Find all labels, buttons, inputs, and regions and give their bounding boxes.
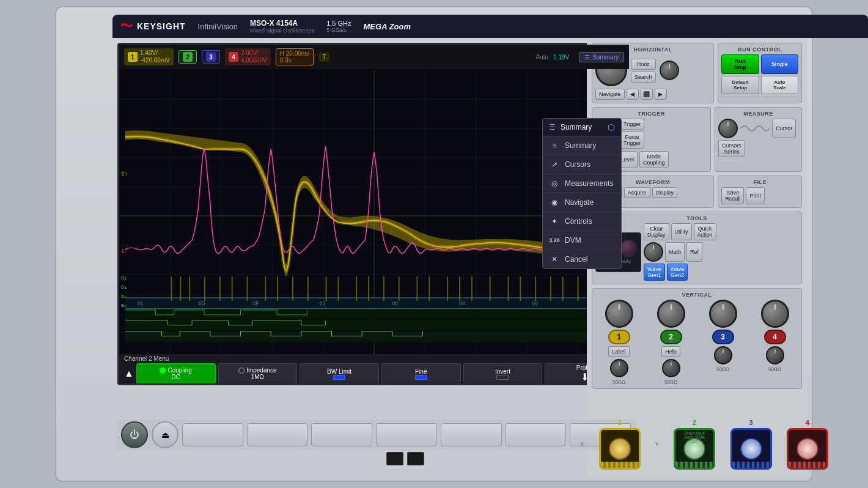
eject-icon: ⏏ [161,430,169,440]
next-button[interactable]: ▶ [655,89,667,100]
cursors-series-button[interactable]: CursorsSeries [718,140,745,157]
softkey-6[interactable] [506,423,567,446]
measure-panel: Measure Cursor CursorsSeries [715,107,802,172]
math-button[interactable]: Math [665,242,685,262]
invert-button[interactable]: Invert [463,363,543,384]
softkey-5[interactable] [441,423,502,446]
run-stop-button[interactable]: RunStop [721,54,759,74]
bnc-ch1-body[interactable] [599,428,641,470]
color-knob[interactable] [620,240,637,257]
search-button[interactable]: Search [631,72,656,83]
dropdown-item-measurements[interactable]: ◎ Measurements [543,174,621,193]
bnc-ch2-body[interactable]: 1MΩ=16pF300V RMSCAT I [674,428,715,470]
prev-button[interactable]: ◀ [627,89,639,100]
auto-scale-button[interactable]: AutoScale [761,76,798,94]
ch3-label[interactable]: 3 [202,50,220,64]
vert-ch2-fine-knob[interactable] [662,359,680,377]
navigate-button[interactable]: Navigate [595,89,625,100]
ch4-label[interactable]: 4 2.00V/ 4.00000V [225,48,271,65]
vert-ch3-fine-knob[interactable] [714,346,732,364]
svg-rect-70 [578,276,579,301]
usb-port-1[interactable] [386,452,403,465]
dropdown-item-cursors[interactable]: ↗ Cursors [543,155,621,174]
svg-rect-42 [171,276,172,301]
power-button[interactable]: ⏻ [121,421,148,448]
summary-menu-icon: ≡ [549,141,560,150]
ch1-vert-button[interactable]: 1 [608,330,630,344]
cursors-menu-label: Cursors [565,160,590,169]
bnc-area: X 1 Y 2 1MΩ=16pF300V RMSCAT I 3 [570,413,839,475]
bwlimit-button[interactable]: BW Limit [300,363,379,384]
svg-rect-31 [125,331,629,342]
dropdown-item-navigate[interactable]: ◉ Navigate [543,193,621,212]
cursor-button[interactable]: Cursor [772,119,796,138]
eject-button[interactable]: ⏏ [152,421,178,448]
vert-ch2-knob[interactable] [657,300,685,328]
ch4-ohm: 500Ω [768,366,782,372]
channel-menu-buttons: ▲ Coupling DC Impedance 1MΩ BW [119,363,629,384]
softkey-3[interactable] [311,423,372,446]
clear-display-button[interactable]: ClearDisplay [644,223,669,240]
ch3-vert-button[interactable]: 3 [712,330,734,344]
measure-btns: Cursor CursorsSeries [718,119,798,157]
y-connector-area: Y [655,441,659,447]
save-recall-button[interactable]: SaveRecall [721,187,744,204]
force-trigger-button[interactable]: ForceTrigger [620,131,644,149]
trigger-label[interactable]: T [318,53,329,62]
display-button[interactable]: Display [652,187,678,198]
help-button[interactable]: Help [661,346,680,357]
utility-button[interactable]: Utility [671,223,692,240]
vert-ch4-knob[interactable] [761,300,789,328]
dropdown-item-summary[interactable]: ≡ Summary [543,136,621,155]
wave-gen2-button[interactable]: WaveGen2 [667,264,688,281]
dropdown-item-controls[interactable]: ✦ Controls [543,212,621,231]
label-button[interactable]: Label [608,346,629,357]
ch2-label[interactable]: 2 [178,50,197,64]
horiz-button[interactable]: Horiz [631,59,656,70]
bnc-ch4-body[interactable] [787,428,828,470]
measurements-menu-icon: ◎ [549,179,560,188]
bnc-ch3-body[interactable] [730,428,772,470]
quick-action-button[interactable]: QuickAction [694,223,716,240]
vert-ch3-knob[interactable] [709,300,737,328]
mode-coupling-button[interactable]: ModeCoupling [639,151,669,168]
usb-port-2[interactable] [407,452,424,465]
print-button[interactable]: Print [746,187,765,204]
coupling-button[interactable]: Coupling DC [136,363,216,384]
measure-knob[interactable] [718,119,738,138]
menu-up-arrow[interactable]: ▲ [124,368,134,379]
softkey-1[interactable] [182,423,243,446]
ref-button[interactable]: Ref [686,242,702,262]
timebase-label[interactable]: H 20.00ns/ 0.0s [276,48,314,65]
tools-row3: WaveGen1 WaveGen2 [644,264,798,281]
dropdown-item-dvm[interactable]: 3.28 DVM [543,231,621,250]
stop-button[interactable]: ⬛ [641,89,653,100]
ch4-vert-button[interactable]: 4 [764,330,786,344]
single-button[interactable]: Single [761,54,798,74]
dvm-menu-icon: 3.28 [549,237,560,243]
trigger-button[interactable]: Trigger [620,119,644,130]
zoom-knob[interactable] [660,61,679,80]
wave-gen1-button[interactable]: WaveGen1 [644,264,665,281]
vert-ch1-knob[interactable] [605,300,633,328]
ch2-vert-button[interactable]: 2 [660,330,682,344]
summary-button[interactable]: ☰ Summary [579,52,624,62]
vert-ch4-fine-knob[interactable] [766,346,784,364]
svg-rect-46 [219,276,221,301]
softkey-2[interactable] [247,423,308,446]
fine-button[interactable]: Fine [381,363,461,384]
impedance-button[interactable]: Impedance 1MΩ [218,363,298,384]
ch1-label[interactable]: 1 1.40V/ -420.00mV [124,48,174,65]
usb-ports [386,452,424,465]
dropdown-item-cancel[interactable]: ✕ Cancel [543,250,621,268]
softkey-4[interactable] [376,423,437,446]
bnc-ch3-teeth [732,462,770,468]
ch2-ohm: 500Ω [664,379,678,385]
default-setup-button[interactable]: DefaultSetup [721,76,759,94]
svg-rect-69 [562,276,564,301]
vert-ch1-fine-knob[interactable] [610,359,628,377]
acquire-button[interactable]: Acquire [624,187,650,198]
tools-knob[interactable] [644,242,663,262]
ch4-volt: 2.00V/ [241,50,267,57]
svg-text:00: 00 [392,300,399,306]
